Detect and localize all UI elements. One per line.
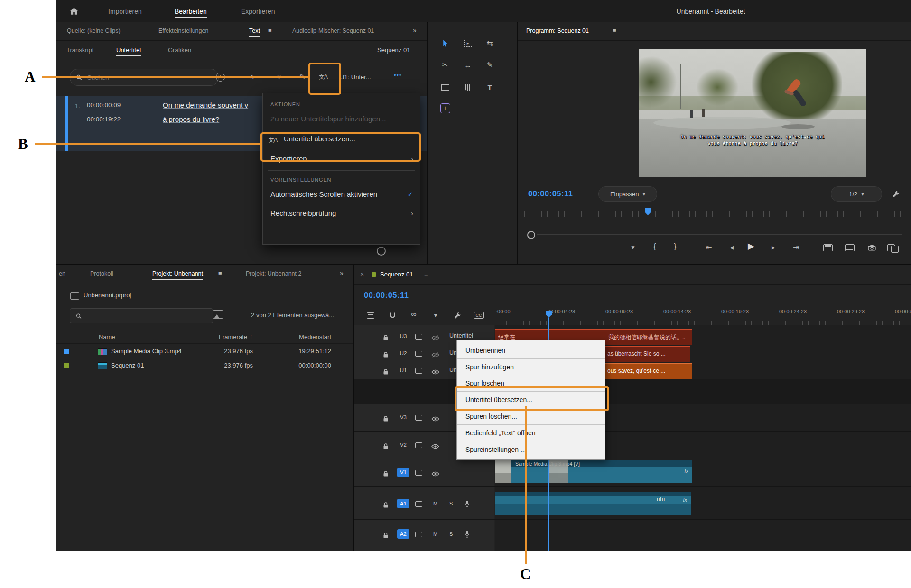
- track-select-tool[interactable]: ▸: [462, 37, 474, 49]
- sync-lock-icon[interactable]: [415, 333, 422, 341]
- pen-tool[interactable]: ✎: [484, 59, 495, 71]
- go-to-out-button[interactable]: ⇥: [790, 241, 802, 253]
- razor-tool[interactable]: ✂: [439, 59, 451, 71]
- caption-track-selector[interactable]: U1: Unter...: [340, 74, 381, 81]
- ctx-spureinstellungen[interactable]: Spureinstellungen ...: [457, 441, 605, 458]
- sync-lock-icon[interactable]: [415, 350, 422, 358]
- menuitem-autoscroll[interactable]: Automatisches Scrollen aktivieren ✓: [263, 185, 420, 204]
- timeline-tab-label[interactable]: Sequenz 01: [380, 271, 413, 278]
- insert-nest-toggle[interactable]: [365, 310, 376, 321]
- column-medienstart[interactable]: Medienstart: [274, 333, 331, 340]
- solo-button[interactable]: S: [449, 501, 453, 506]
- eye-off-icon[interactable]: [431, 333, 439, 342]
- step-forward-button[interactable]: ▸: [768, 241, 779, 253]
- subtab-transkript[interactable]: Transkript: [66, 46, 93, 54]
- timeline-ruler[interactable]: :00:00 00:00:04:23 00:00:09:23 00:00:14:…: [495, 306, 911, 326]
- tab-truncated[interactable]: en: [59, 270, 65, 277]
- eye-icon[interactable]: [431, 469, 439, 478]
- label-color-chip[interactable]: [64, 349, 69, 354]
- program-scrub-ruler[interactable]: [524, 211, 904, 217]
- type-tool[interactable]: T: [484, 82, 495, 93]
- program-timecode[interactable]: 00:00:05:11: [528, 189, 573, 198]
- eye-icon[interactable]: [431, 368, 439, 376]
- sync-lock-icon[interactable]: [415, 414, 422, 423]
- eye-icon[interactable]: [431, 414, 439, 423]
- tab-projekt-unbenannt-2[interactable]: Projekt: Unbenannt 2: [246, 270, 301, 277]
- sync-lock-icon[interactable]: [415, 500, 422, 509]
- timeline-panel-menu-icon[interactable]: ≡: [424, 270, 428, 277]
- ctx-umbenennen[interactable]: Umbenennen: [457, 342, 605, 358]
- panel-more-icon[interactable]: •••: [394, 72, 402, 79]
- lock-icon[interactable]: [383, 367, 389, 376]
- fit-dropdown[interactable]: Einpassen ▾: [598, 186, 657, 202]
- mark-out-button[interactable]: }: [669, 241, 681, 252]
- timeline-settings-wrench-icon[interactable]: [452, 310, 463, 321]
- track-badge-v2[interactable]: V2: [397, 440, 409, 450]
- go-to-in-button[interactable]: ⇤: [703, 241, 715, 253]
- tab-audioclip-mischer[interactable]: Audioclip-Mischer: Sequenz 01: [292, 28, 374, 34]
- caption-text-line1[interactable]: On me demande souvent v: [163, 101, 248, 109]
- export-frame-camera-icon[interactable]: [866, 242, 877, 253]
- solo-button[interactable]: S: [449, 531, 453, 537]
- step-back-button[interactable]: ◂: [726, 241, 737, 253]
- comparison-view-button[interactable]: [887, 242, 899, 253]
- lock-icon[interactable]: [383, 531, 389, 539]
- add-marker-button[interactable]: ▼: [627, 242, 639, 253]
- rectangle-tool[interactable]: [439, 82, 451, 93]
- extract-button[interactable]: [844, 242, 855, 253]
- subtab-untertitel[interactable]: Untertitel: [116, 46, 141, 56]
- sync-lock-icon[interactable]: [415, 531, 422, 539]
- mark-in-button[interactable]: {: [649, 241, 660, 252]
- project-panel-menu-icon[interactable]: ≡: [218, 270, 222, 277]
- captions-cc-icon[interactable]: CC: [473, 310, 484, 321]
- tab-projekt-unbenannt[interactable]: Projekt: Unbenannt: [152, 270, 203, 280]
- linked-selection-icon[interactable]: ∞: [408, 309, 419, 320]
- project-search-field[interactable]: [70, 308, 213, 323]
- close-tab-icon[interactable]: ×: [360, 270, 364, 278]
- program-scrollbar[interactable]: [537, 234, 902, 235]
- eye-icon[interactable]: [431, 442, 439, 450]
- track-badge-a2[interactable]: A2: [397, 529, 409, 539]
- clip-name[interactable]: Sample Media Clip 3.mp4: [111, 348, 182, 355]
- project-file-name[interactable]: Unbenannt.prproj: [84, 292, 131, 299]
- timeline-timecode[interactable]: 00:00:05:11: [364, 291, 409, 300]
- mute-button[interactable]: M: [433, 531, 437, 537]
- track-badge-v3[interactable]: V3: [397, 413, 409, 422]
- sort-ascending-icon[interactable]: ↑: [250, 333, 252, 340]
- hand-tool[interactable]: [462, 82, 474, 93]
- lock-icon[interactable]: [383, 500, 389, 509]
- lift-button[interactable]: [822, 242, 834, 253]
- column-framerate[interactable]: Framerate: [198, 333, 247, 340]
- track-badge-u2[interactable]: U2: [397, 349, 409, 358]
- lock-icon[interactable]: [383, 441, 389, 450]
- sequence-name[interactable]: Sequenz 01: [111, 362, 144, 369]
- sync-lock-icon[interactable]: [415, 367, 422, 376]
- tab-protokoll[interactable]: Protokoll: [90, 270, 113, 277]
- snap-magnet-icon[interactable]: [387, 310, 398, 321]
- table-row-clip[interactable]: Sample Media Clip 3.mp4 23.976 fps 19:29…: [56, 344, 353, 358]
- add-marker-icon[interactable]: ▼: [430, 310, 441, 321]
- lock-icon[interactable]: [383, 469, 389, 478]
- lock-icon[interactable]: [383, 333, 389, 341]
- slip-tool[interactable]: ↔: [462, 59, 474, 71]
- mic-icon[interactable]: [465, 499, 470, 508]
- project-search-input[interactable]: [86, 312, 207, 320]
- text-panel-menu-icon[interactable]: ≡: [268, 27, 272, 34]
- mute-button[interactable]: M: [433, 501, 437, 506]
- tab-effekteinstellungen[interactable]: Effekteinstellungen: [158, 28, 208, 34]
- panel-overflow-icon[interactable]: »: [340, 269, 344, 277]
- panel-overflow-icon[interactable]: »: [413, 27, 417, 34]
- home-icon[interactable]: [69, 7, 79, 15]
- lock-icon[interactable]: [383, 414, 389, 423]
- track-badge-v1[interactable]: V1: [397, 468, 409, 477]
- scroll-knob[interactable]: [527, 231, 535, 239]
- ripple-edit-tool[interactable]: ⇆: [484, 37, 495, 49]
- program-settings-wrench-icon[interactable]: [892, 189, 900, 198]
- track-badge-u1[interactable]: U1: [397, 366, 409, 375]
- mic-icon[interactable]: [465, 530, 470, 538]
- caption-text-line2[interactable]: à propos du livre?: [163, 115, 219, 123]
- menu-bearbeiten[interactable]: Bearbeiten: [175, 8, 207, 18]
- menuitem-add-to-new-track[interactable]: Zu neuer Untertitelspur hinzufügen...: [263, 110, 420, 129]
- program-panel-menu-icon[interactable]: ≡: [613, 27, 616, 34]
- list-zoom-slider[interactable]: [377, 247, 386, 256]
